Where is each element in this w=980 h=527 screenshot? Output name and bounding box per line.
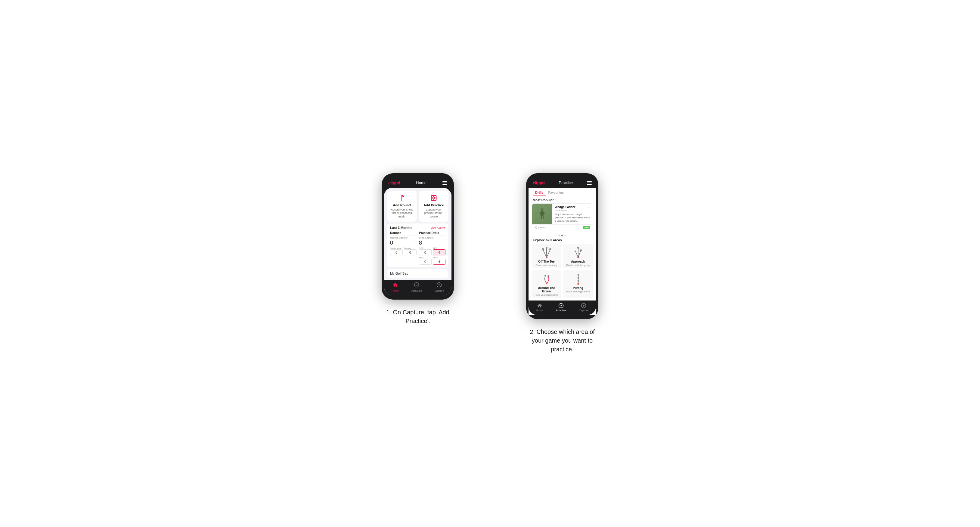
arg-label: ARG [419,257,432,259]
ott-stat: OTT 0 [419,247,432,256]
p2-tab-activities-label: Activities [555,309,566,312]
svg-line-27 [578,251,581,257]
phone2-header: clippd Practice [528,178,596,188]
svg-rect-16 [540,212,541,215]
ott-diagram [540,246,553,259]
drill-card-description: Play 1 shot at each target yardage. If y… [555,213,590,223]
featured-drill-card[interactable]: Wedge Ladder ☆ 50–100 yds Play 1 shot at… [531,203,593,231]
app-value: 4 [433,249,445,256]
skill-grid: Off The Tee Power and accuracy [528,244,596,300]
svg-line-28 [576,252,578,257]
practice-label: Practice [404,247,417,249]
drills-capture-label: Drills Capture [419,237,445,239]
golf-bag-row[interactable]: My Golf Bag › [387,269,449,278]
svg-point-38 [577,277,579,279]
rounds-sub-stats: Tournament 0 Practice 0 [390,247,417,256]
phone2-tab-bar: Home Activities [528,300,596,315]
arg-stat: ARG 0 [419,257,432,265]
p2-tab-activities[interactable]: Activities [555,303,566,312]
tab-activities-label: Activities [411,289,422,292]
drills-sub-stats-2: ARG 0 PUTT 4 [419,257,445,265]
atg-subtitle: Hone your short game [535,294,558,296]
rounds-capture-value: 0 [390,240,417,246]
most-popular-title: Most Popular [528,196,596,203]
putting-subtitle: Make and lag practice [566,290,590,293]
home-icon [393,282,398,289]
svg-rect-17 [544,212,544,215]
p2-tab-capture[interactable]: Capture [579,303,589,312]
phone1-header: clippd Home [384,178,452,188]
stats-title: Last 3 Months [390,226,412,230]
practice-stat: Practice 0 [404,247,417,256]
atg-name: Around The Green [534,286,559,293]
p2-tab-capture-label: Capture [579,309,589,312]
phone1-logo: clippd [388,181,400,185]
carousel-dots [528,233,596,238]
practice-value: 0 [404,249,417,256]
add-practice-card[interactable]: Add Practice Capture your practice off-t… [419,191,449,222]
svg-point-29 [577,247,579,249]
tab-favourites[interactable]: Favourites [546,189,566,196]
tab-capture[interactable]: Capture [434,282,444,292]
menu-icon[interactable] [442,181,447,185]
svg-point-37 [577,274,579,276]
favourite-star-icon[interactable]: ☆ [587,205,590,209]
drills-sub-stats: OTT 0 APP 4 [419,247,445,256]
app-label: APP [433,247,445,249]
stats-section: Last 3 Months View Activity Rounds Round… [387,224,449,267]
skill-card-putting[interactable]: Putting Make and lag practice [563,270,593,298]
dot-1 [558,235,560,237]
practice-icon [430,194,438,202]
putt-stat: PUTT 4 [433,257,445,265]
arg-value: 0 [419,259,432,265]
putting-diagram [571,273,585,286]
phone2-content-tabs: Drills Favourites [528,188,596,196]
atg-diagram [540,273,553,286]
activities-icon [414,282,419,289]
home-icon-p2 [537,303,542,308]
drill-card-footer: 🕐 9 shots APP [532,224,593,231]
skill-card-ott[interactable]: Off The Tee Power and accuracy [531,244,562,268]
phone2-menu-icon[interactable] [587,181,592,185]
drill-card-info: Wedge Ladder ☆ 50–100 yds Play 1 shot at… [552,204,593,225]
dot-3 [564,235,566,237]
app-badge: APP [583,226,590,229]
page-wrapper: clippd Home [355,173,625,354]
golf-bag-label: My Golf Bag [390,271,409,275]
phone1-tab-bar: Home Activities [384,280,452,295]
add-round-subtitle: Record your shots fast or enhanced mode [390,208,414,219]
rounds-col: Rounds Rounds Capture 0 Tournament 0 Pra… [390,231,417,265]
svg-point-3 [433,197,435,199]
add-round-card[interactable]: Add Round Record your shots fast or enha… [387,191,417,222]
skill-card-approach[interactable]: Approach Dial-in to hit the green [563,244,593,268]
svg-point-30 [580,249,582,251]
activities-icon-p2 [558,303,564,308]
svg-point-39 [577,280,579,282]
tab-home-label: Home [391,289,399,292]
p2-tab-home-label: Home [536,309,543,312]
add-practice-title: Add Practice [423,203,444,207]
app-stat: APP 4 [433,247,445,256]
phone-section-1: clippd Home [355,173,481,325]
tournament-stat: Tournament 0 [390,247,403,256]
stats-section-header: Last 3 Months View Activity [390,226,445,230]
svg-point-33 [544,275,546,276]
rounds-capture-label: Rounds Capture [390,237,417,239]
shots-count: 9 shots [538,226,546,229]
svg-line-19 [543,250,547,257]
rounds-group-title: Rounds [390,231,417,236]
tab-activities[interactable]: Activities [411,282,422,292]
add-practice-subtitle: Capture your practice off-the-course [422,208,446,219]
phone-section-2: clippd Practice Drills Favourites Most P… [499,173,625,354]
phone1-cards-row: Add Round Record your shots fast or enha… [384,188,452,224]
view-activity-link[interactable]: View Activity [430,226,445,229]
approach-diagram [571,246,585,259]
explore-title: Explore skill areas [528,238,596,244]
tab-drills[interactable]: Drills [533,189,546,196]
clock-icon: 🕐 [534,226,538,229]
tab-home[interactable]: Home [391,282,399,292]
capture-icon-p2 [581,303,586,308]
p2-tab-home[interactable]: Home [536,303,543,312]
caption-2: 2. Choose which area of your game you wa… [523,328,601,354]
skill-card-atg[interactable]: Around The Green Hone your short game [531,270,562,298]
